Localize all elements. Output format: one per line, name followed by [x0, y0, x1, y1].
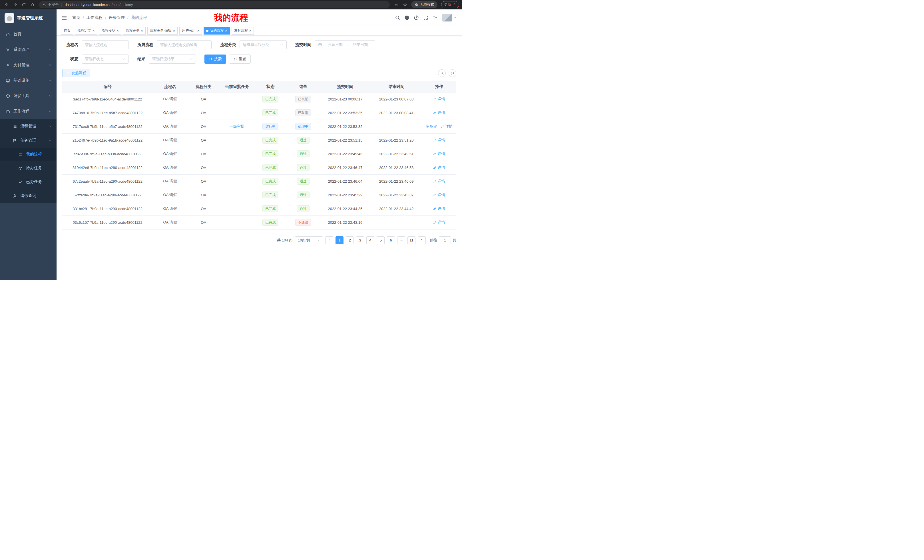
app-logo[interactable]: 芋道管理系统 [0, 9, 57, 27]
sidebar-item-my-process[interactable]: 我的流程 [0, 148, 57, 161]
close-icon[interactable]: × [141, 29, 143, 33]
table-row: 52ffd28e-7b9a-11ec-a290-acde48001122OA 请… [62, 188, 456, 202]
process-definition-input[interactable] [157, 40, 212, 49]
browser-home-button[interactable] [28, 1, 36, 9]
reload-button[interactable] [20, 1, 27, 9]
table-row: 819442e8-7b9a-11ec-a290-acde48001122OA 请… [62, 161, 456, 174]
breadcrumb-item[interactable]: 工作流程 [87, 15, 102, 20]
tab-process-form-edit[interactable]: 流程表单-编辑× [147, 27, 178, 34]
back-button[interactable] [3, 1, 10, 9]
status-select[interactable]: 请选择状态 [82, 54, 129, 64]
sidebar-item-task-management[interactable]: 任务管理 [0, 133, 57, 148]
cell-process-name: OA 请假 [153, 188, 187, 202]
detail-link[interactable]: 详情 [433, 206, 445, 211]
detail-link[interactable]: 详情 [433, 138, 445, 143]
cell-actions: 详情 [422, 133, 456, 147]
cancel-link[interactable]: 取消 [426, 124, 438, 129]
task-link[interactable]: 一级审批 [230, 124, 244, 129]
search-button[interactable]: 搜索 [204, 54, 226, 64]
result-select[interactable]: 请选择流结果 [149, 54, 196, 64]
sidebar-item-infrastructure[interactable]: 基础设施 [0, 73, 57, 88]
close-icon[interactable]: × [249, 29, 252, 33]
detail-link[interactable]: 详情 [433, 96, 445, 102]
github-button[interactable] [404, 15, 410, 20]
sidebar-toggle-button[interactable] [62, 15, 67, 21]
page-button-11[interactable]: 11 [408, 236, 416, 244]
detail-link[interactable]: 详情 [433, 192, 445, 198]
cell-category: OA [187, 133, 220, 147]
detail-link[interactable]: 详情 [433, 151, 445, 156]
table-row: 7470a810-7b9b-11ec-b5b7-acde48001122OA 请… [62, 106, 456, 120]
user-menu[interactable] [442, 14, 457, 22]
refresh-table-button[interactable] [448, 69, 456, 77]
gear-icon [6, 48, 10, 52]
font-size-button[interactable]: TT [433, 15, 438, 20]
sidebar-item-process-management[interactable]: 流程管理 [0, 119, 57, 133]
update-button[interactable]: 更新 [441, 1, 459, 8]
cell-result: 已取消 [287, 92, 320, 106]
tab-home[interactable]: 首页 [61, 27, 73, 34]
sidebar: 芋道管理系统 首页系统管理支付管理基础设施研发工具工作流程流程管理任务管理我的流… [0, 9, 57, 280]
tab-my-process[interactable]: 我的流程× [204, 27, 230, 34]
toggle-search-button[interactable] [438, 69, 446, 77]
page-button-1[interactable]: 1 [336, 236, 344, 244]
detail-link[interactable]: 详情 [441, 124, 453, 129]
cell-current-task[interactable]: 一级审批 [220, 120, 254, 133]
tab-user-group[interactable]: 用户分组× [179, 27, 202, 34]
sidebar-item-dev-tools[interactable]: 研发工具 [0, 88, 57, 103]
page-button-6[interactable]: 6 [387, 236, 395, 244]
tab-start-process[interactable]: 发起流程× [232, 27, 254, 34]
category-select[interactable]: 请选择流程分类 [240, 40, 286, 49]
more-pages-button[interactable] [397, 236, 405, 244]
url-bar[interactable]: 不安全 | dashboard.yudao.iocoder.cn/bpm/tas… [39, 1, 390, 8]
page-button-4[interactable]: 4 [366, 236, 374, 244]
process-name-input[interactable] [82, 40, 129, 49]
header-search-button[interactable] [395, 15, 400, 20]
detail-link[interactable]: 详情 [433, 165, 445, 170]
chevron-up-icon [48, 109, 52, 113]
breadcrumb-item[interactable]: 任务管理 [109, 15, 125, 20]
goto-page-input[interactable] [439, 236, 451, 244]
column-header: 状态 [254, 81, 287, 92]
sidebar-item-todo-tasks[interactable]: 待办任务 [0, 161, 57, 175]
sidebar-item-home[interactable]: 首页 [0, 27, 57, 42]
sidebar-item-label: 请假查询 [20, 193, 52, 198]
close-icon[interactable]: × [197, 29, 199, 33]
breadcrumb-item[interactable]: 首页 [72, 15, 80, 20]
sidebar-item-workflow[interactable]: 工作流程 [0, 103, 57, 119]
cell-submit-time: 2022-01-22 23:43:16 [320, 216, 370, 229]
prev-page-button[interactable] [325, 236, 333, 244]
close-icon[interactable]: × [173, 29, 176, 33]
reset-button[interactable]: 重置 [229, 54, 251, 64]
page-size-select[interactable]: 10条/页 [295, 236, 323, 244]
sidebar-item-payment-management[interactable]: 支付管理 [0, 57, 57, 73]
sidebar-item-system-management[interactable]: 系统管理 [0, 42, 57, 57]
tab-process-model[interactable]: 流程模型× [99, 27, 122, 34]
sidebar-item-done-tasks[interactable]: 已办任务 [0, 175, 57, 189]
sidebar-item-leave-query[interactable]: 请假查询 [0, 189, 57, 203]
tab-process-definition[interactable]: 流程定义× [75, 27, 98, 34]
detail-link[interactable]: 详情 [433, 110, 445, 115]
cell-category: OA [187, 92, 220, 106]
page-button-2[interactable]: 2 [346, 236, 354, 244]
close-icon[interactable]: × [117, 29, 119, 33]
close-icon[interactable]: × [225, 29, 227, 33]
page-button-5[interactable]: 5 [376, 236, 385, 244]
cell-submit-time: 2022-01-22 23:51:15 [320, 133, 370, 147]
detail-link[interactable]: 详情 [433, 220, 445, 225]
start-process-button[interactable]: 发起流程 [62, 69, 90, 77]
forward-button[interactable] [11, 1, 19, 9]
next-page-button[interactable] [418, 236, 426, 244]
password-key-button[interactable] [393, 1, 400, 9]
fullscreen-icon [423, 15, 428, 20]
tab-process-form[interactable]: 流程表单× [123, 27, 146, 34]
page-button-3[interactable]: 3 [356, 236, 364, 244]
fullscreen-button[interactable] [423, 15, 428, 20]
help-button[interactable] [414, 15, 419, 20]
submit-time-range[interactable]: 开始日期 - 结束日期 [315, 40, 375, 49]
incognito-icon [414, 3, 418, 7]
cancel-label: 取消 [430, 124, 438, 129]
bookmark-star-button[interactable] [401, 1, 409, 9]
detail-link[interactable]: 详情 [433, 179, 445, 184]
close-icon[interactable]: × [93, 29, 95, 33]
